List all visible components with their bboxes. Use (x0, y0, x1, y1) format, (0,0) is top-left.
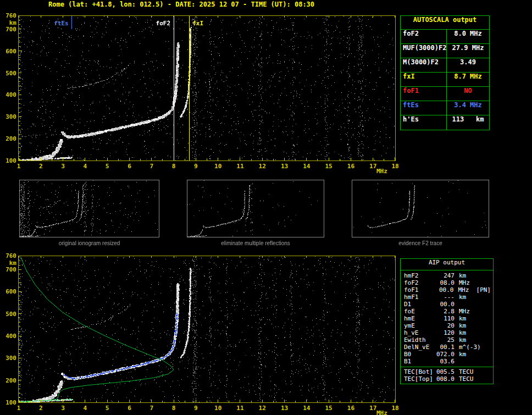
aip-tec-rows: TEC[Bot]005.5TECUTEC[Top]008.0TECU (401, 367, 493, 384)
aip-param-value: 08.0 (436, 279, 455, 286)
autoscala-param-value: NO (447, 87, 489, 101)
aip-row: hmF2247km (404, 272, 491, 279)
aip-row: hmE110km (404, 315, 491, 322)
y-tick-label: 500 (0, 311, 16, 318)
autoscala-param-label: h'Es (401, 115, 447, 130)
ionogram-plot-profile (18, 256, 396, 403)
aip-panel-title: AIP output (401, 259, 493, 270)
y-tick-label: 600 (0, 48, 16, 55)
autoscala-panel-title: AUTOSCALA output (401, 16, 489, 30)
y-tick-label: 500 (0, 70, 16, 77)
thumbnail-original-canvas (20, 180, 159, 237)
marker-label-fxi: fxI (192, 20, 203, 27)
x-tick-label: 1 (12, 163, 25, 170)
aip-param-unit: TECU (455, 368, 474, 375)
autoscala-param-label: foF2 (401, 30, 447, 43)
autoscala-param-value: 27.9 MHz (447, 44, 489, 58)
x-tick-label: 10 (212, 405, 225, 412)
aip-param-unit: MHz (455, 279, 470, 286)
x-tick-label: 16 (344, 405, 357, 412)
thumbnail-original-ionogram (19, 180, 159, 237)
x-tick-label: 6 (123, 163, 136, 170)
x-tick-label: 16 (344, 163, 357, 170)
thumbnail-evidence-canvas (352, 180, 489, 237)
y-tick-label: 200 (0, 377, 16, 384)
aip-param-value: 120 (436, 329, 455, 336)
aip-param-label: B1 (404, 358, 436, 365)
x-tick-label: 3 (57, 405, 70, 412)
aip-row: ymE20km (404, 322, 491, 329)
x-tick-label: 9 (189, 405, 202, 412)
x-tick-label: 4 (79, 163, 92, 170)
thumbnail-caption-eliminate: eliminate multiple reflections (187, 240, 324, 246)
x-tick-label: 6 (123, 405, 136, 412)
autoscala-row: foF1NO (401, 87, 489, 101)
autoscala-param-label: M(3000)F2 (401, 58, 447, 72)
aip-row: Ewidth25km (404, 336, 491, 344)
aip-param-unit (455, 358, 459, 365)
y-tick-label: 200 (0, 135, 16, 142)
x-tick-label: 14 (300, 163, 313, 170)
aip-row: foF208.0MHz (404, 279, 491, 286)
aip-param-label: B0 (404, 351, 436, 358)
aip-param-label: hmE (404, 315, 436, 322)
ionogram-canvas-profile (19, 256, 395, 402)
aip-param-value: 072.0 (436, 351, 455, 358)
x-tick-label: 7 (145, 405, 158, 412)
x-tick-label: 12 (256, 405, 269, 412)
aip-param-value: 00.0 (436, 301, 455, 308)
station-header: Rome (lat: +41.8, lon: 012.5) - DATE: 20… (48, 1, 314, 8)
x-axis-unit-label: MHz (376, 168, 395, 175)
aip-row: foF100.0MHz [PN] (404, 286, 491, 294)
aip-param-label: TEC[Top] (404, 375, 436, 383)
aip-param-value: 008.0 (436, 375, 455, 383)
x-tick-label: 3 (57, 163, 70, 170)
aip-param-value: 00.0 (435, 286, 453, 294)
thumbnail-evidence-f2 (352, 180, 489, 237)
aip-param-value: 25 (436, 336, 455, 344)
aip-param-label: Ewidth (404, 336, 436, 344)
aip-param-label: foE (404, 308, 436, 315)
aip-param-unit: MHz [PN] (453, 286, 491, 294)
aip-param-value: 247 (436, 272, 455, 279)
autoscala-row: ftEs3.4 MHz (401, 101, 489, 115)
autoscala-screen: Rome (lat: +41.8, lon: 012.5) - DATE: 20… (0, 0, 532, 415)
aip-row: B0072.0km (404, 351, 491, 358)
y-axis-unit-label: km (0, 259, 16, 267)
ionogram-plot-main: ftEsfoF2fxI (18, 15, 396, 161)
y-tick-label: 400 (0, 333, 16, 340)
aip-row: TEC[Top]008.0TECU (404, 375, 491, 383)
x-axis-unit-label: MHz (376, 410, 395, 415)
x-tick-label: 2 (34, 163, 47, 170)
aip-param-label: foF1 (404, 286, 435, 294)
autoscala-param-label: ftEs (401, 101, 447, 115)
x-tick-label: 15 (322, 163, 335, 170)
x-tick-label: 8 (167, 405, 180, 412)
x-tick-label: 11 (234, 163, 247, 170)
autoscala-param-label: MUF(3000)F2 (401, 44, 447, 58)
autoscala-param-value: 113 km (447, 115, 489, 130)
aip-row: D100.0 (404, 301, 491, 308)
aip-param-label: foF2 (404, 279, 436, 286)
autoscala-row: foF28.0 MHz (401, 30, 489, 44)
x-tick-label: 2 (34, 405, 47, 412)
autoscala-param-value: 3.4 MHz (447, 101, 489, 115)
aip-param-value: 110 (436, 315, 455, 322)
aip-param-label: DelN_vE (404, 344, 436, 351)
x-tick-label: 5 (101, 163, 114, 170)
aip-param-unit: TECU (455, 375, 474, 383)
x-tick-label: 13 (278, 163, 291, 170)
x-tick-label: 5 (101, 405, 114, 412)
x-tick-label: 7 (145, 163, 158, 170)
aip-param-label: ymE (404, 322, 436, 329)
autoscala-output-panel: AUTOSCALA output foF28.0 MHzMUF(3000)F22… (400, 15, 490, 130)
y-tick-label: 700 (0, 26, 16, 33)
thumbnail-caption-evidence: evidence F2 trace (352, 240, 489, 246)
aip-param-unit: m^(-3) (455, 344, 481, 351)
aip-param-unit: km (455, 294, 466, 301)
x-tick-label: 15 (322, 405, 335, 412)
thumbnail-eliminate-reflections (187, 180, 324, 237)
aip-param-unit: MHz (455, 308, 470, 315)
autoscala-param-label: foF1 (401, 87, 447, 101)
autoscala-param-label: fxI (401, 73, 447, 86)
